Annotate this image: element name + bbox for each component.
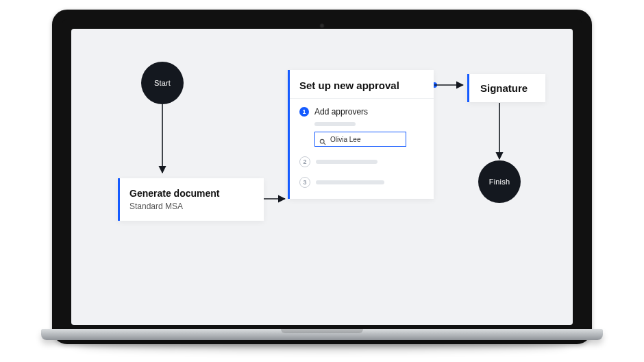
signature-card[interactable]: Signature xyxy=(467,74,545,102)
finish-label: Finish xyxy=(489,178,510,186)
start-node[interactable]: Start xyxy=(141,62,184,104)
step-3-skeleton xyxy=(316,180,384,184)
signature-title: Signature xyxy=(480,82,528,94)
laptop-base xyxy=(41,329,603,340)
approval-step-1: 1 Add approvers xyxy=(299,107,424,117)
camera-dot xyxy=(320,23,325,28)
step-2-skeleton xyxy=(316,160,377,164)
svg-line-7 xyxy=(324,143,326,145)
generate-title: Generate document xyxy=(129,188,253,199)
laptop-lid: Start Generate document Standard MSA Set… xyxy=(52,10,592,344)
approver-search-field[interactable] xyxy=(314,132,406,147)
svg-point-6 xyxy=(320,139,324,143)
workflow-canvas: Start Generate document Standard MSA Set… xyxy=(71,29,573,325)
search-icon xyxy=(319,136,326,143)
step-1-label: Add approvers xyxy=(314,107,368,117)
step-badge-2: 2 xyxy=(299,156,310,167)
generate-document-card[interactable]: Generate document Standard MSA xyxy=(118,178,264,221)
approval-step-2: 2 xyxy=(299,156,424,167)
approver-search-input[interactable] xyxy=(330,136,417,143)
laptop-mockup: Start Generate document Standard MSA Set… xyxy=(41,10,603,352)
step-badge-3: 3 xyxy=(299,177,310,188)
step-1-skeleton xyxy=(314,122,424,126)
screen: Start Generate document Standard MSA Set… xyxy=(71,29,573,325)
approval-step-3: 3 xyxy=(299,177,424,188)
approval-card[interactable]: Set up new approval 1 Add approvers xyxy=(288,70,434,199)
generate-subtitle: Standard MSA xyxy=(129,202,253,211)
approval-body: 1 Add approvers xyxy=(290,99,434,199)
step-badge-1: 1 xyxy=(299,107,309,117)
approval-title: Set up new approval xyxy=(290,70,434,99)
start-label: Start xyxy=(154,79,171,87)
finish-node[interactable]: Finish xyxy=(478,160,521,203)
